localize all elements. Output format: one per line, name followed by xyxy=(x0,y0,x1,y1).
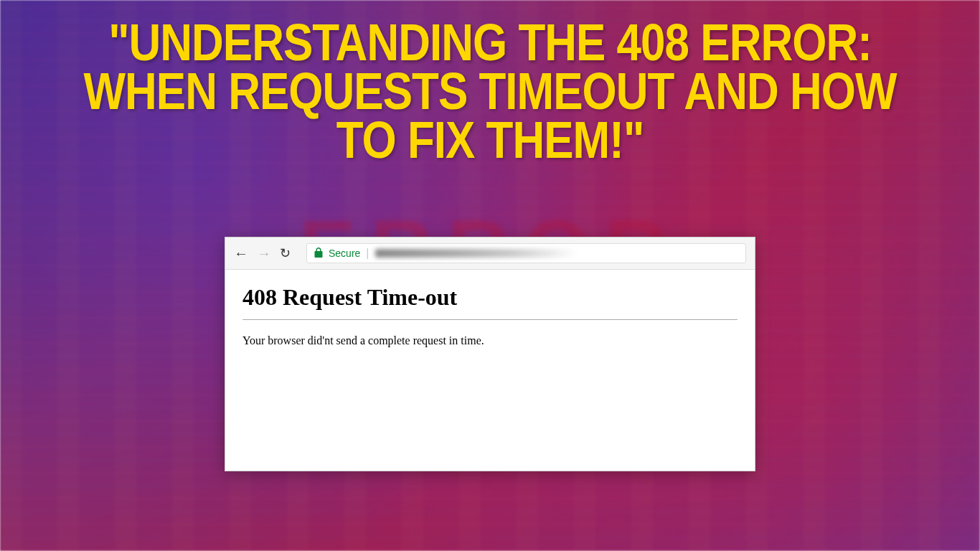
error-message: Your browser did'nt send a complete requ… xyxy=(242,334,738,347)
back-icon[interactable]: ← xyxy=(234,245,248,262)
nav-controls: ← → ↻ xyxy=(234,245,291,262)
secure-label: Secure xyxy=(329,248,360,259)
blurred-url xyxy=(375,249,576,258)
error-heading: 408 Request Time-out xyxy=(242,284,738,311)
browser-toolbar: ← → ↻ Secure | xyxy=(225,237,755,270)
article-headline: "UNDERSTANDING THE 408 ERROR: WHEN REQUE… xyxy=(49,29,930,156)
lock-icon xyxy=(314,248,323,260)
url-separator: | xyxy=(366,247,369,260)
address-bar[interactable]: Secure | xyxy=(306,243,746,263)
browser-content: 408 Request Time-out Your browser did'nt… xyxy=(225,270,755,471)
divider xyxy=(242,319,738,320)
forward-icon[interactable]: → xyxy=(257,245,271,262)
reload-icon[interactable]: ↻ xyxy=(280,245,291,261)
browser-screenshot: ← → ↻ Secure | 408 Request Time-out Your… xyxy=(225,237,755,471)
